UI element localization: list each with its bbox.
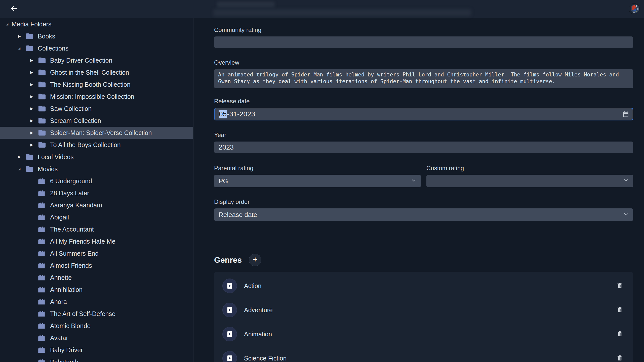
tree-item-the-art-of-self-defense[interactable]: The Art of Self-Defense — [0, 308, 193, 320]
expand-toggle-icon[interactable]: ▶ — [28, 115, 35, 127]
expand-toggle-icon[interactable]: ▶ — [28, 139, 35, 151]
tree-item-saw-collection[interactable]: ▶ Saw Collection — [0, 103, 193, 115]
tree-item-movies[interactable]: ◢ Movies — [0, 163, 193, 175]
movie-icon — [37, 225, 47, 234]
tree-item-label: The Art of Self-Defense — [50, 310, 115, 318]
expand-toggle-icon[interactable]: ▶ — [28, 54, 35, 66]
tree-item-scream-collection[interactable]: ▶ Scream Collection — [0, 115, 193, 127]
tree-item-label: Scream Collection — [50, 117, 101, 124]
expand-toggle-icon[interactable]: ▶ — [16, 151, 23, 163]
release-date-input[interactable]: 05-31-2023 — [214, 108, 633, 120]
custom-rating-select[interactable] — [426, 175, 633, 187]
tree-item-spider-man-spider-verse-collection[interactable]: ▶ Spider-Man: Spider-Verse Collection — [0, 127, 193, 139]
tree-item-label: Collections — [38, 45, 68, 52]
overview-label: Overview — [214, 59, 633, 66]
movie-icon — [37, 346, 47, 354]
user-avatar[interactable] — [629, 3, 640, 14]
tree-item-all-my-friends-hate-me[interactable]: All My Friends Hate Me — [0, 235, 193, 247]
back-button[interactable] — [9, 4, 19, 14]
expand-toggle-icon[interactable]: ▶ — [28, 78, 35, 90]
movie-icon — [37, 261, 47, 270]
expand-toggle-icon[interactable]: ▶ — [28, 66, 35, 78]
folder-icon — [37, 68, 47, 77]
expand-toggle-icon[interactable]: ▶ — [28, 103, 35, 115]
tree-item-6-underground[interactable]: 6 Underground — [0, 175, 193, 187]
movie-icon — [37, 249, 47, 258]
tree-item-28-days-later[interactable]: 28 Days Later — [0, 187, 193, 199]
delete-genre-button[interactable] — [615, 329, 624, 339]
date-selected-segment: 05 — [219, 110, 227, 118]
metadata-editor-panel: Community rating Overview An animated tr… — [193, 18, 644, 362]
tree-item-the-accountant[interactable]: The Accountant — [0, 223, 193, 235]
collapse-toggle-icon[interactable]: ◢ — [4, 18, 11, 30]
tree-item-to-all-the-boys-collection[interactable]: ▶ To All the Boys Collection — [0, 139, 193, 151]
tree-item-baby-driver[interactable]: Baby Driver — [0, 344, 193, 356]
add-genre-button[interactable]: + — [249, 254, 261, 266]
collapse-toggle-icon[interactable]: ◢ — [16, 42, 23, 54]
tree-item-atomic-blonde[interactable]: Atomic Blonde — [0, 320, 193, 332]
genre-icon[interactable] — [222, 303, 237, 317]
collapse-toggle-icon[interactable]: ◢ — [16, 163, 23, 175]
arrow-left-icon — [9, 4, 18, 14]
tree-item-almost-friends[interactable]: Almost Friends — [0, 259, 193, 272]
tree-item-media-folders[interactable]: ◢ Media Folders — [0, 18, 193, 30]
expand-toggle-icon[interactable]: ▶ — [28, 127, 35, 139]
movie-icon — [37, 285, 47, 294]
tree-item-label: 28 Days Later — [50, 190, 89, 197]
tree-item-local-videos[interactable]: ▶ Local Videos — [0, 151, 193, 163]
calendar-icon[interactable] — [622, 111, 629, 119]
year-input[interactable] — [214, 142, 633, 153]
genre-row-action: Action — [214, 274, 633, 298]
folder-icon — [37, 80, 47, 89]
tree-item-annihilation[interactable]: Annihilation — [0, 284, 193, 296]
genre-row-science-fiction: Science Fiction — [214, 346, 633, 362]
movie-icon — [37, 297, 47, 306]
tree-item-label: Baby Driver — [50, 346, 83, 354]
genre-icon[interactable] — [222, 279, 237, 293]
community-rating-field: Community rating — [214, 26, 633, 48]
tree-item-anora[interactable]: Anora — [0, 296, 193, 308]
tree-item-baby-driver-collection[interactable]: ▶ Baby Driver Collection — [0, 54, 193, 66]
delete-genre-button[interactable] — [615, 305, 624, 315]
tree-item-label: Baby Driver Collection — [50, 57, 112, 64]
movie-icon — [37, 334, 47, 342]
trash-icon — [616, 330, 623, 338]
tree-item-mission-impossible-collection[interactable]: ▶ Mission: Impossible Collection — [0, 90, 193, 103]
display-order-select[interactable]: Release date — [214, 208, 633, 221]
tree-item-ghost-in-the-shell-collection[interactable]: ▶ Ghost in the Shell Collection — [0, 66, 193, 78]
parental-rating-select[interactable]: PG — [214, 175, 421, 187]
chevron-down-icon — [623, 177, 629, 185]
tree-item-aaranya-kaandam[interactable]: Aaranya Kaandam — [0, 199, 193, 211]
movie-icon — [37, 237, 47, 246]
community-rating-input[interactable] — [214, 36, 633, 48]
delete-genre-button[interactable] — [615, 281, 624, 291]
delete-genre-button[interactable] — [615, 353, 624, 362]
tree-item-the-kissing-booth-collection[interactable]: ▶ The Kissing Booth Collection — [0, 78, 193, 90]
tree-item-all-summers-end[interactable]: All Summers End — [0, 247, 193, 259]
tree-item-label: The Kissing Booth Collection — [50, 81, 131, 88]
folder-icon — [37, 104, 47, 113]
expand-toggle-icon[interactable]: ▶ — [16, 30, 23, 42]
tree-item-annette[interactable]: Annette — [0, 272, 193, 284]
tree-item-label: Books — [38, 33, 55, 40]
folder-icon — [37, 128, 47, 137]
chevron-down-icon — [623, 211, 629, 219]
tree-item-label: Spider-Man: Spider-Verse Collection — [50, 129, 152, 137]
tree-item-books[interactable]: ▶ Books — [0, 30, 193, 42]
tree-item-babyteeth[interactable]: Babyteeth — [0, 356, 193, 362]
parental-rating-value: PG — [219, 177, 228, 185]
genre-icon[interactable] — [222, 351, 237, 362]
trash-icon — [616, 354, 623, 362]
overview-textarea[interactable]: An animated trilogy of Spider-Man films … — [214, 69, 633, 88]
genre-icon[interactable] — [222, 327, 237, 341]
movie-icon — [37, 309, 47, 318]
tree-item-label: Almost Friends — [50, 262, 92, 269]
expand-toggle-icon[interactable]: ▶ — [28, 90, 35, 103]
tree-item-label: Annette — [50, 274, 72, 281]
genre-label: Adventure — [244, 306, 615, 314]
media-folder-tree: ◢ Media Folders ▶ Books ◢ Collections ▶ … — [0, 18, 193, 362]
tree-item-avatar[interactable]: Avatar — [0, 332, 193, 344]
tree-item-label: 6 Underground — [50, 177, 92, 185]
tree-item-collections[interactable]: ◢ Collections — [0, 42, 193, 54]
tree-item-abigail[interactable]: Abigail — [0, 211, 193, 223]
